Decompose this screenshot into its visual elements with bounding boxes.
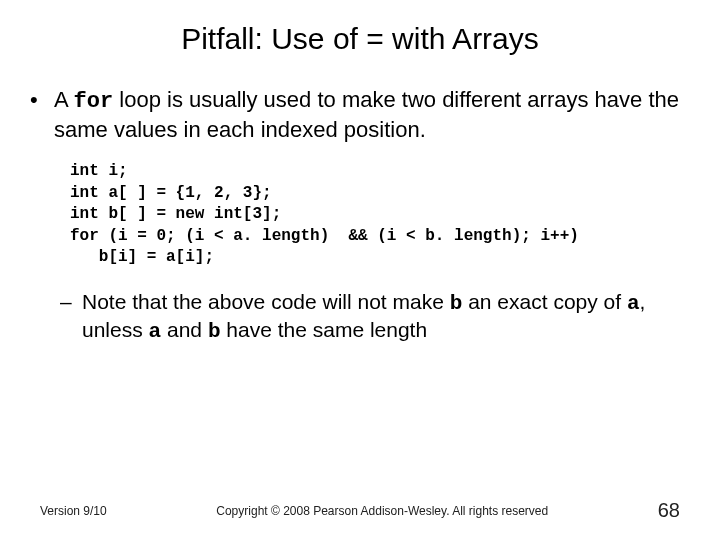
bullet-text-post: loop is usually used to make two differe… [54,87,679,142]
bullet-dot: • [30,86,54,143]
bullet-text: A for loop is usually used to make two d… [54,86,690,143]
footer-page-number: 68 [658,499,680,522]
footer: Version 9/10 Copyright © 2008 Pearson Ad… [0,499,720,522]
footer-version: Version 9/10 [40,504,107,518]
code-keyword-for: for [74,89,114,114]
bullet-text-pre: A [54,87,74,112]
code-var-b: b [450,292,463,315]
slide-body: • A for loop is usually used to make two… [0,66,720,345]
sub-text-5: have the same length [220,318,427,341]
sub-text-4: and [161,318,208,341]
code-var-a: a [627,292,640,315]
sub-text-1: Note that the above code will not make [82,290,450,313]
code-var-b2: b [208,320,221,343]
code-var-a2: a [149,320,162,343]
sub-text-2: an exact copy of [462,290,627,313]
slide: Pitfall: Use of = with Arrays • A for lo… [0,0,720,540]
bullet-item: • A for loop is usually used to make two… [30,86,690,143]
slide-title: Pitfall: Use of = with Arrays [0,0,720,66]
sub-bullet-dash: – [60,289,82,346]
sub-bullet-text: Note that the above code will not make b… [82,289,690,346]
sub-bullet-item: – Note that the above code will not make… [30,289,690,346]
footer-copyright: Copyright © 2008 Pearson Addison-Wesley.… [107,504,658,518]
code-block: int i; int a[ ] = {1, 2, 3}; int b[ ] = … [30,161,690,269]
